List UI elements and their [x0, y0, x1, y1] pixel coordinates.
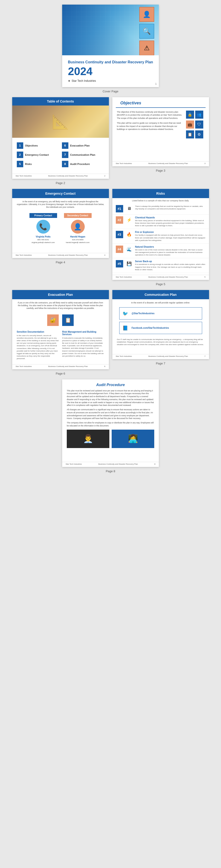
toc-item-7: 7 Communication Plan [62, 152, 104, 158]
risk-desc-3: Our facility is equipped with fire senso… [135, 234, 206, 242]
obj-para1: The objective of this business continuit… [117, 111, 183, 120]
page5-section: Risks Listed below is a sample of risks … [112, 189, 209, 288]
row-4-5: Emergency Contact In the event of an eme… [12, 189, 209, 288]
cover-photo: 👤 🔍 ⚠ 🏃 [62, 5, 159, 55]
evac-section-text-1: In the case of a security breach, secure… [17, 334, 59, 360]
footer-doc-p6: Business Continuity and Disaster Recover… [49, 365, 88, 367]
page7-footer: Star Tech Industries Business Continuity… [112, 354, 209, 357]
page3: Objectives The objective of this busines… [112, 97, 209, 166]
cover-icons: 👤 🔍 ⚠ 🏃 [139, 7, 154, 55]
risk-icon-1: 🖥 [125, 205, 133, 212]
footer-doc-p2: Business Continuity and Disaster Recover… [49, 175, 88, 177]
risk-item-3: #3 🔥 Fire or Explosion Our facility is e… [112, 229, 209, 244]
obj-title: Objectives [120, 101, 201, 105]
footer-company-p4: Star Tech Industries [15, 254, 32, 256]
footer-doc-p7: Business Continuity and Disaster Recover… [149, 355, 188, 357]
risk-title-4: Natural Disasters [135, 246, 206, 248]
toc-label-7: Communication Plan [70, 153, 95, 156]
audit-photos: 👨‍💼 👩‍💻 [67, 430, 154, 448]
comm-header: Communication Plan [112, 290, 209, 299]
risk-content-1: There is always the possibility that we … [135, 205, 206, 210]
cover-page: 👤 🔍 ⚠ 🏃 Business Continuity and Disaster… [62, 5, 159, 87]
ec-secondary-email: harold.hogan@ startech.com [64, 241, 92, 244]
toc-num-8: 8 [62, 161, 68, 167]
toc-photo [12, 105, 109, 138]
toc-num-5: 5 [17, 161, 23, 167]
obj-text-col: The objective of this business continuit… [117, 111, 183, 138]
page4-label: Page 4 [56, 260, 65, 264]
toc-item-6: 6 Evacuation Plan [62, 142, 104, 149]
risk-item-2: #2 ⚡ Chemical Hazards We have many piece… [112, 214, 209, 229]
ec-primary-photo: 📞 [36, 220, 50, 234]
obj-icon-shield: 🛡 [195, 121, 203, 128]
risk-desc-1: There is always the possibility that we … [135, 205, 206, 210]
risk-num-5: #5 [116, 260, 123, 268]
risks-header: Risks [112, 189, 209, 198]
comm-channels: 🐦 @StarTechIndustries 📘 Facebook.com/Sta… [112, 305, 209, 336]
risk-content-5: Server Back-up It is sometimes is strong… [135, 260, 206, 271]
obj-icon-lock: 🔒 [186, 111, 194, 119]
cover-company: ★ Star Tech Industries [68, 79, 153, 83]
audit-photo-1: 👨‍💼 [67, 430, 109, 448]
cover-year: 2024 [68, 66, 153, 77]
ec-primary-email: virginia.potts@ startech.com [29, 241, 57, 244]
ec-contacts: Primary Contact 📞 Virginia Potts 865-785… [12, 211, 109, 247]
cover-page-label: Cover Page [103, 90, 119, 93]
toc-item-8: 8 Audit Procedure [62, 161, 104, 167]
footer-company-p6: Star Tech Industries [15, 365, 32, 367]
audit-para3: The company does not allow for employees… [67, 421, 154, 427]
risk-desc-5: It is sometimes is strong enough to over… [135, 263, 206, 271]
page7: Communication Plan In the event of a dis… [112, 290, 209, 359]
footer-pagenum-p7: 7 [204, 355, 206, 357]
risk-num-4: #4 [116, 246, 123, 253]
page8-section: Audit Procedure This plan must be review… [62, 379, 159, 475]
ec-secondary-label: Secondary Contact [64, 213, 92, 218]
obj-icon-briefcase: 💼 [186, 121, 194, 128]
ec-secondary-phone: 429-378-5669 [64, 239, 92, 241]
obj-icon-row3: 📋 ⚙ [186, 130, 204, 138]
footer-doc-p3: Business Continuity and Disaster Recover… [149, 162, 188, 164]
risk-title-5: Server Back-up [135, 260, 206, 262]
company-name: Star Tech Industries [72, 79, 96, 83]
evac-sections: Sensitive Documentation In the case of a… [12, 328, 109, 362]
page7-section: Communication Plan In the event of a dis… [112, 290, 209, 367]
page6-section: Evacuation Plan If you or one of the sit… [12, 290, 109, 377]
evac-section-2: Risk Management and Building Services If… [62, 331, 104, 360]
comm-channel-twitter: 🐦 @StarTechIndustries [119, 307, 202, 319]
footer-company-p2: Star Tech Industries [15, 175, 32, 177]
cover-content: Business Continuity and Disaster Recover… [62, 55, 159, 87]
footer-pagenum-p6: 6 [104, 365, 105, 367]
footer-doc-p8: Business Continuity and Disaster Recover… [98, 463, 138, 465]
risk-icon-5: 💾 [125, 260, 133, 268]
page8-label: Page 8 [106, 469, 115, 473]
risk-title-2: Chemical Hazards [135, 216, 206, 219]
footer-company-p8: Star Tech Industries [66, 463, 82, 465]
obj-icon-people: 👥 [195, 111, 203, 119]
toc-label-2: Emergency Contact [25, 153, 49, 156]
page5-label: Page 5 [156, 282, 165, 286]
toc-label-8: Audit Procedure [70, 163, 90, 165]
audit-para2: All changes are communicated in a signif… [67, 408, 154, 420]
toc-num-1: 1 [17, 142, 23, 149]
page2-section: Table of Contents 1 Objectives 6 Evacuat… [12, 97, 109, 187]
page2-footer: Star Tech Industries Business Continuity… [12, 174, 109, 177]
evac-desc: If you or one of the site contractors, y… [12, 299, 109, 312]
risk-icon-2: ⚡ [125, 216, 133, 224]
comm-desc: In the event of a disaster, we will prov… [112, 299, 209, 305]
obj-para2: This plan will be used to guide our comp… [117, 122, 183, 131]
footer-company-p3: Star Tech Industries [116, 162, 132, 164]
risk-item-5: #5 💾 Server Back-up It is sometimes is s… [112, 258, 209, 273]
risk-item-4: #4 🌊 Natural Disasters We exist in one o… [112, 244, 209, 258]
obj-icon-row2: 💼 🛡 [186, 121, 204, 128]
obj-body: The objective of this business continuit… [112, 108, 209, 141]
page3-label: Page 3 [156, 169, 165, 172]
risk-title-3: Fire or Explosion [135, 231, 206, 234]
risk-icon-3: 🔥 [125, 231, 133, 238]
footer-pagenum-p5: 5 [204, 276, 206, 278]
cover-page-num: 1 [155, 83, 157, 85]
cover-icon-warning: ⚠ [139, 40, 154, 55]
evac-section-title-2: Risk Management and Building Services [62, 331, 104, 336]
footer-pagenum-p8: 8 [155, 463, 155, 465]
ec-primary-phone: 865-785-5242 [29, 239, 57, 241]
page-container: 👤 🔍 ⚠ 🏃 Business Continuity and Disaster… [0, 0, 221, 479]
